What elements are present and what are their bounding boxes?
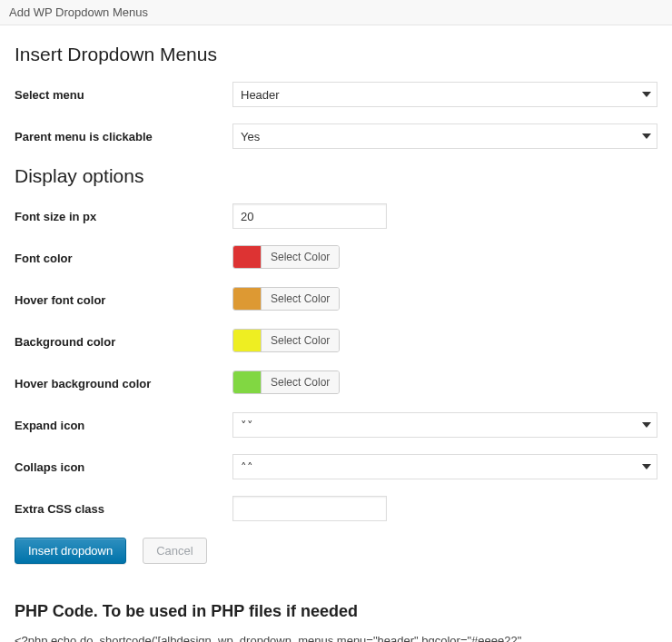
expand-icon-dropdown[interactable]: ˅˅: [232, 412, 657, 438]
button-row: Insert dropdown Cancel: [15, 538, 657, 564]
select-menu-dropdown[interactable]: Header: [232, 82, 657, 107]
hover-bg-color-button[interactable]: Select Color: [261, 371, 339, 393]
hover-bg-color-swatch: [233, 371, 261, 393]
font-size-input[interactable]: [232, 203, 387, 229]
label-extra-css: Extra CSS class: [15, 502, 232, 516]
row-extra-css: Extra CSS class: [15, 496, 657, 521]
hover-bg-color-picker[interactable]: Select Color: [232, 370, 340, 394]
label-hover-font-color: Hover font color: [15, 293, 232, 307]
bg-color-picker[interactable]: Select Color: [232, 329, 340, 352]
row-select-menu: Select menu Header: [15, 82, 657, 107]
label-font-color: Font color: [15, 252, 232, 265]
font-color-swatch: [233, 246, 261, 268]
collapse-icon-dropdown[interactable]: ˄˄: [232, 454, 657, 479]
label-parent-clickable: Parent menu is clickable: [15, 130, 232, 143]
window-title: Add WP Dropdown Menus: [9, 5, 148, 19]
row-collapse-icon: Collaps icon ˄˄: [15, 454, 657, 479]
hover-font-color-swatch: [233, 288, 261, 310]
label-collapse-icon: Collaps icon: [15, 460, 232, 474]
display-options-heading: Display options: [15, 165, 657, 187]
bg-color-swatch: [233, 330, 261, 351]
main-content: Insert Dropdown Menus Select menu Header…: [0, 25, 672, 642]
label-expand-icon: Expand icon: [15, 419, 232, 432]
insert-menus-heading: Insert Dropdown Menus: [15, 44, 657, 65]
row-font-size: Font size in px: [15, 203, 657, 229]
extra-css-input[interactable]: [232, 496, 387, 521]
window-title-bar: Add WP Dropdown Menus: [0, 0, 672, 25]
bg-color-button[interactable]: Select Color: [261, 330, 339, 351]
row-hover-font-color: Hover font color Select Color: [15, 287, 657, 312]
font-color-picker[interactable]: Select Color: [232, 245, 340, 269]
row-parent-clickable: Parent menu is clickable Yes: [15, 123, 657, 149]
row-expand-icon: Expand icon ˅˅: [15, 412, 657, 438]
php-code-heading: PHP Code. To be used in PHP files if nee…: [15, 602, 657, 621]
parent-clickable-dropdown[interactable]: Yes: [232, 123, 657, 149]
label-font-size: Font size in px: [15, 210, 232, 223]
row-font-color: Font color Select Color: [15, 245, 657, 271]
label-hover-bg-color: Hover background color: [15, 377, 232, 390]
hover-font-color-button[interactable]: Select Color: [261, 288, 339, 310]
insert-dropdown-button[interactable]: Insert dropdown: [15, 538, 126, 564]
php-code-block: <?php echo do_shortcode('[albdesign_wp_d…: [15, 632, 657, 642]
row-hover-bg-color: Hover background color Select Color: [15, 370, 657, 396]
row-bg-color: Background color Select Color: [15, 329, 657, 354]
label-select-menu: Select menu: [15, 88, 232, 102]
label-bg-color: Background color: [15, 335, 232, 349]
cancel-button[interactable]: Cancel: [143, 538, 206, 564]
font-color-button[interactable]: Select Color: [261, 246, 339, 268]
hover-font-color-picker[interactable]: Select Color: [232, 287, 340, 311]
